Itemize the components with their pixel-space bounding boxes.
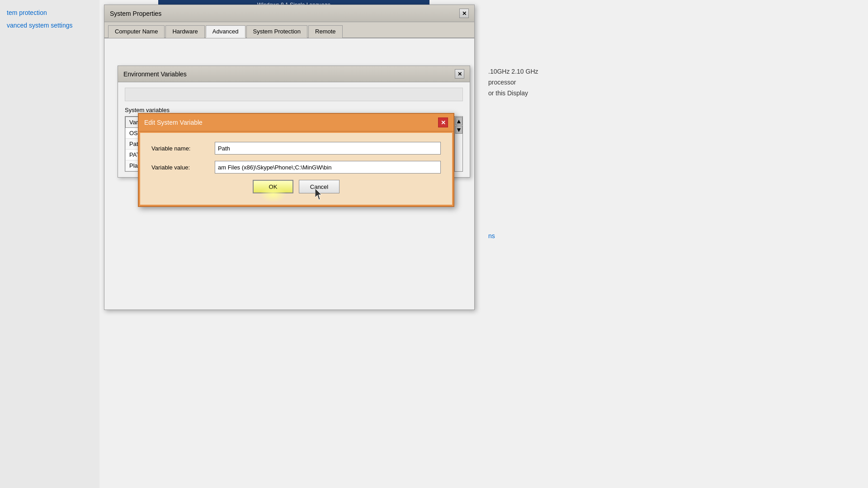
tab-hardware[interactable]: Hardware — [165, 25, 204, 38]
variable-name-row: Variable name: — [151, 142, 441, 155]
bg-system-info: .10GHz 2.10 GHz processor or this Displa… — [488, 68, 538, 243]
edit-dialog-title: Edit System Variable — [144, 119, 203, 126]
variable-value-input[interactable] — [215, 161, 441, 174]
sidebar-link-advanced[interactable]: vanced system settings — [7, 22, 93, 29]
variable-value-row: Variable value: — [151, 161, 441, 174]
sidebar-link-protection[interactable]: tem protection — [7, 9, 93, 16]
scroll-up-btn[interactable]: ▲ — [455, 117, 462, 125]
user-vars-section-partial — [125, 88, 463, 101]
display-label: or this Display — [488, 89, 538, 97]
tab-system-protection[interactable]: System Protection — [246, 25, 308, 38]
cancel-button[interactable]: Cancel — [299, 180, 340, 193]
edit-dialog-close-button[interactable]: ✕ — [438, 117, 448, 127]
cpu-speed-text: .10GHz 2.10 GHz — [488, 68, 538, 75]
processor-label: processor — [488, 79, 538, 86]
variable-value-label: Variable value: — [151, 164, 215, 171]
env-vars-titlebar: Environment Variables ✕ — [118, 66, 470, 82]
system-properties-title: System Properties — [110, 10, 161, 17]
ok-button[interactable]: OK — [253, 180, 293, 193]
env-vars-close-button[interactable]: ✕ — [455, 69, 464, 79]
sidebar-link-ns[interactable]: ns — [488, 232, 538, 239]
table-scrollbar[interactable]: ▲ ▼ — [454, 117, 462, 171]
scroll-down-btn[interactable]: ▼ — [455, 126, 462, 134]
edit-dialog-titlebar: Edit System Variable ✕ — [139, 114, 453, 131]
tabs-bar: Computer Name Hardware Advanced System P… — [104, 22, 474, 38]
tab-advanced[interactable]: Advanced — [206, 25, 245, 38]
system-properties-close-button[interactable]: ✕ — [459, 9, 469, 18]
edit-dialog-content: Variable name: Variable value: OK Cancel — [140, 133, 452, 205]
variable-name-input[interactable] — [215, 142, 441, 155]
tab-computer-name[interactable]: Computer Name — [108, 25, 165, 38]
edit-system-variable-dialog: Edit System Variable ✕ Variable name: Va… — [138, 113, 454, 207]
variable-name-label: Variable name: — [151, 145, 215, 152]
tab-remote[interactable]: Remote — [308, 25, 343, 38]
env-vars-title: Environment Variables — [123, 70, 187, 78]
sidebar: tem protection vanced system settings — [0, 0, 99, 488]
dialog-buttons: OK Cancel — [151, 180, 441, 193]
system-properties-titlebar: System Properties ✕ — [104, 5, 474, 22]
system-vars-label: System variables — [125, 107, 463, 113]
